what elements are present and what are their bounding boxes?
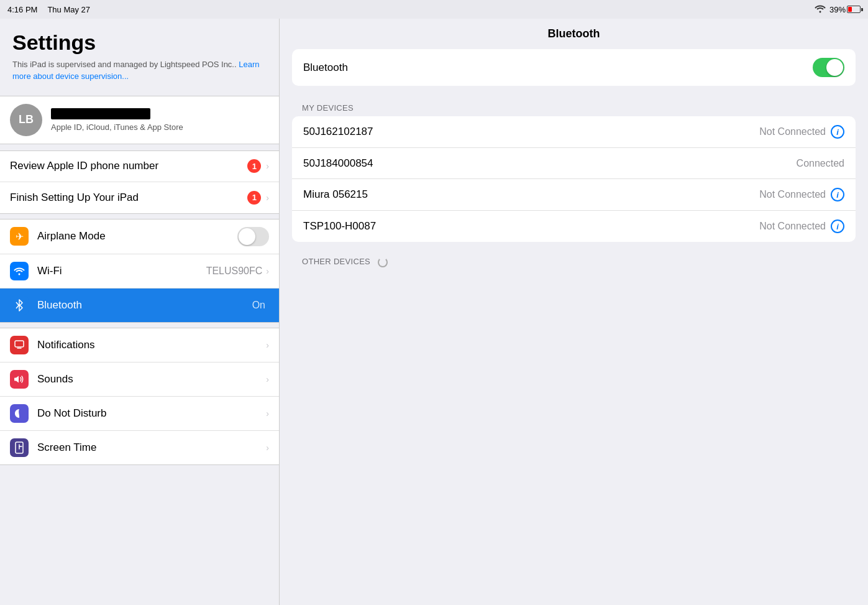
device-status: Not Connected [759, 221, 826, 232]
device-status-connected: Connected [797, 158, 844, 169]
battery-indicator: 39% [829, 5, 861, 14]
wifi-chevron: › [266, 266, 269, 276]
airplane-mode-label: Airplane Mode [37, 230, 237, 242]
sidebar-subtitle: This iPad is supervised and managed by L… [12, 59, 267, 81]
device-row[interactable]: Miura 056215 Not Connected i [292, 179, 856, 211]
device-info-button[interactable]: i [831, 125, 844, 139]
other-settings-section: Notifications › Sounds › [0, 328, 279, 465]
battery-fill [848, 7, 852, 12]
bluetooth-main-toggle[interactable] [813, 58, 844, 77]
sounds-chevron: › [266, 374, 269, 384]
device-name: 50J162102187 [303, 126, 759, 138]
notifications-label: Notifications [37, 339, 266, 351]
other-devices-spinner [378, 257, 388, 267]
chevron-icon-2: › [266, 193, 269, 203]
screen-time-chevron: › [266, 443, 269, 453]
avatar: LB [10, 104, 42, 136]
bluetooth-toggle-label: Bluetooth [303, 62, 348, 74]
other-devices-header: OTHER DEVICES [280, 252, 868, 271]
main-layout: Settings This iPad is supervised and man… [0, 19, 868, 605]
device-status: Not Connected [759, 126, 826, 137]
status-date: Thu May 27 [47, 5, 90, 14]
device-row[interactable]: 50J162102187 Not Connected i [292, 116, 856, 148]
notifications-chevron: › [266, 340, 269, 350]
device-row[interactable]: TSP100-H0087 Not Connected i [292, 211, 856, 242]
sidebar: Settings This iPad is supervised and man… [0, 19, 280, 605]
sidebar-header: Settings This iPad is supervised and man… [0, 19, 279, 90]
sidebar-item-do-not-disturb[interactable]: Do Not Disturb › [0, 397, 279, 431]
wifi-icon [10, 262, 29, 280]
finish-setup-item[interactable]: Finish Setting Up Your iPad 1 › [0, 182, 279, 213]
status-left: 4:16 PM Thu May 27 [7, 5, 90, 14]
sounds-label: Sounds [37, 373, 266, 386]
review-apple-id-label: Review Apple ID phone number [10, 160, 247, 172]
sidebar-item-bluetooth[interactable]: Bluetooth On [0, 289, 279, 322]
sidebar-item-notifications[interactable]: Notifications › [0, 328, 279, 363]
status-bar: 4:16 PM Thu May 27 39% [0, 0, 868, 19]
chevron-icon: › [266, 161, 269, 171]
review-apple-id-item[interactable]: Review Apple ID phone number 1 › [0, 151, 279, 182]
bluetooth-toggle-card: Bluetooth [292, 49, 856, 86]
do-not-disturb-chevron: › [266, 409, 269, 418]
svg-rect-0 [15, 341, 24, 347]
wifi-label: Wi-Fi [37, 265, 206, 277]
do-not-disturb-label: Do Not Disturb [37, 407, 266, 420]
my-devices-list: 50J162102187 Not Connected i 50J18400085… [292, 116, 856, 242]
right-panel: Bluetooth Bluetooth MY DEVICES 50J162102… [280, 19, 868, 605]
account-info: Apple ID, iCloud, iTunes & App Store [51, 108, 269, 132]
settings-title: Settings [12, 31, 267, 54]
bluetooth-icon [10, 296, 29, 315]
account-name-redacted [51, 108, 150, 119]
sidebar-item-sounds[interactable]: Sounds › [0, 363, 279, 397]
wifi-value: TELUS90FC [206, 266, 263, 277]
device-status: Not Connected [759, 189, 826, 200]
review-apple-id-badge: 1 [247, 159, 261, 173]
device-info-button[interactable]: i [831, 188, 844, 201]
connectivity-section: ✈ Airplane Mode Wi-Fi TELUS90FC › [0, 219, 279, 323]
sidebar-item-screen-time[interactable]: Screen Time › [0, 431, 279, 464]
bluetooth-label: Bluetooth [37, 299, 252, 312]
device-info-button[interactable]: i [831, 219, 844, 233]
status-right: 39% [815, 4, 861, 15]
airplane-mode-icon: ✈ [10, 227, 29, 246]
battery-icon [847, 6, 861, 13]
account-section[interactable]: LB Apple ID, iCloud, iTunes & App Store [0, 96, 279, 144]
account-description: Apple ID, iCloud, iTunes & App Store [51, 122, 269, 132]
airplane-mode-toggle[interactable] [237, 227, 269, 246]
sidebar-item-airplane-mode[interactable]: ✈ Airplane Mode [0, 219, 279, 254]
device-row[interactable]: 50J184000854 Connected [292, 148, 856, 179]
device-name: Miura 056215 [303, 188, 759, 201]
device-name: TSP100-H0087 [303, 220, 759, 233]
finish-setup-label: Finish Setting Up Your iPad [10, 192, 247, 204]
do-not-disturb-icon [10, 404, 29, 423]
sounds-icon [10, 370, 29, 389]
finish-setup-badge: 1 [247, 191, 261, 205]
notifications-icon [10, 336, 29, 354]
my-devices-header: MY DEVICES [280, 98, 868, 116]
sidebar-item-wifi[interactable]: Wi-Fi TELUS90FC › [0, 254, 279, 289]
account-row[interactable]: LB Apple ID, iCloud, iTunes & App Store [0, 96, 279, 144]
battery-percent-label: 39% [829, 5, 846, 14]
screen-time-icon [10, 438, 29, 457]
right-panel-title: Bluetooth [280, 19, 868, 49]
wifi-status-icon [815, 4, 826, 15]
screen-time-label: Screen Time [37, 441, 266, 454]
bluetooth-value: On [252, 300, 265, 311]
status-time: 4:16 PM [7, 5, 37, 14]
device-name: 50J184000854 [303, 157, 797, 170]
action-items-section: Review Apple ID phone number 1 › Finish … [0, 150, 279, 214]
